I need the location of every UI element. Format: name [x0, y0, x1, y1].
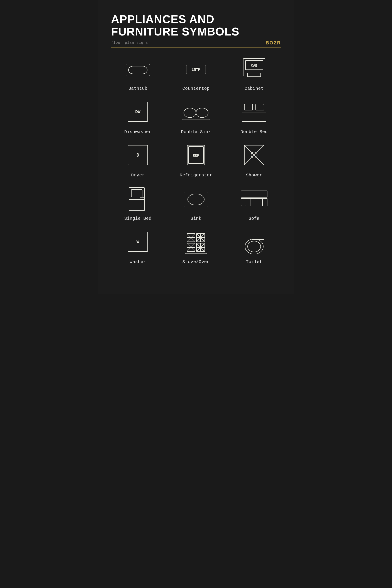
sofa-label: Sofa [249, 216, 260, 221]
list-item: Stove/Oven [169, 230, 223, 264]
list-item: DW Dishwasher [111, 100, 165, 134]
svg-rect-0 [126, 64, 150, 76]
sink-label: Sink [190, 216, 202, 221]
list-item: CNTP Countertop [169, 56, 223, 91]
svg-rect-37 [241, 198, 246, 206]
shower-icon [239, 143, 270, 169]
list-item: Sofa [227, 186, 281, 221]
cabinet-label: Cabinet [244, 86, 264, 91]
header-divider [111, 48, 281, 48]
svg-rect-1 [128, 66, 147, 74]
refrigerator-icon: REF [181, 143, 211, 169]
washer-label: Washer [130, 259, 146, 264]
svg-rect-36 [241, 198, 267, 206]
countertop-icon: CNTP [181, 56, 211, 82]
list-item: REF Refrigerator [169, 143, 223, 178]
svg-rect-31 [131, 190, 142, 197]
page: APPLIANCES AND FURNITURE SYMBOLS floor p… [98, 0, 294, 294]
list-item: Double Sink [169, 100, 223, 134]
svg-point-34 [188, 194, 204, 205]
double-sink-icon [181, 100, 211, 126]
svg-rect-15 [242, 102, 266, 122]
list-item: Double Bed [227, 100, 281, 134]
bathtub-icon [122, 56, 153, 82]
dishwasher-label: Dishwasher [124, 129, 152, 134]
washer-icon: W [122, 230, 153, 256]
svg-point-66 [248, 241, 261, 252]
dryer-icon: D [122, 143, 153, 169]
shower-label: Shower [246, 173, 262, 178]
list-item: D Dryer [111, 143, 165, 178]
dishwasher-icon: DW [122, 100, 153, 126]
page-title: APPLIANCES AND FURNITURE SYMBOLS [111, 13, 281, 38]
sink-icon [181, 186, 211, 212]
list-item: W Washer [111, 230, 165, 264]
subtitle: floor plan signs [111, 41, 148, 45]
bathtub-label: Bathtub [128, 86, 148, 91]
list-item: Shower [227, 143, 281, 178]
dryer-label: Dryer [131, 173, 145, 178]
cabinet-icon: CAB [239, 56, 270, 82]
svg-rect-17 [256, 104, 264, 110]
svg-point-14 [196, 108, 208, 118]
list-item: Bathtub [111, 56, 165, 91]
toilet-icon [239, 230, 270, 256]
svg-rect-18 [242, 113, 266, 122]
refrigerator-label: Refrigerator [180, 173, 212, 178]
svg-text:CNTP: CNTP [192, 68, 200, 72]
svg-text:CAB: CAB [251, 64, 257, 68]
single-bed-label: Single Bed [124, 216, 152, 221]
svg-rect-38 [262, 198, 267, 206]
sofa-icon [239, 186, 270, 212]
svg-rect-32 [129, 200, 144, 210]
logo: BOZR [266, 40, 281, 46]
svg-point-13 [184, 108, 196, 118]
svg-rect-16 [244, 104, 252, 110]
list-item: Toilet [227, 230, 281, 264]
symbols-grid: Bathtub CNTP Countertop CAB [111, 56, 281, 264]
list-item: Single Bed [111, 186, 165, 221]
countertop-label: Countertop [182, 86, 210, 91]
svg-text:D: D [136, 153, 140, 158]
svg-rect-64 [252, 232, 264, 240]
toilet-label: Toilet [246, 259, 262, 264]
svg-text:W: W [136, 239, 140, 245]
double-bed-icon [239, 100, 270, 126]
double-sink-label: Double Sink [181, 129, 211, 134]
header: APPLIANCES AND FURNITURE SYMBOLS floor p… [111, 13, 281, 48]
double-bed-label: Double Bed [240, 129, 268, 134]
svg-rect-35 [241, 191, 267, 197]
stove-oven-icon [181, 230, 211, 256]
list-item: Sink [169, 186, 223, 221]
list-item: CAB Cabinet [227, 56, 281, 91]
svg-text:REF: REF [193, 154, 199, 158]
stove-oven-label: Stove/Oven [182, 259, 210, 264]
svg-text:DW: DW [135, 109, 140, 114]
single-bed-icon [122, 186, 153, 212]
